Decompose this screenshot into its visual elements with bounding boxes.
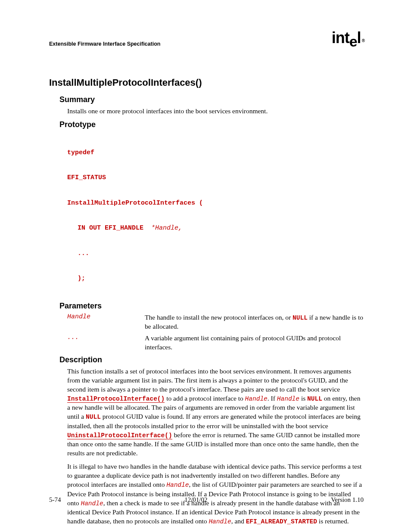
param-name: ...: [67, 334, 145, 352]
description-heading: Description: [59, 355, 364, 364]
page-header: Extensible Firmware Interface Specificat…: [49, 34, 364, 47]
code-line: );: [78, 274, 364, 283]
description-para: This function installs a set of protocol…: [67, 367, 364, 458]
uninstall-protocol-link[interactable]: UninstallProtocolInterface(): [67, 432, 172, 439]
code-line: InstallMultipleProtocolInterfaces (: [67, 199, 364, 208]
summary-heading: Summary: [59, 95, 364, 104]
parameters-heading: Parameters: [59, 302, 364, 311]
code-line: ...: [78, 249, 364, 258]
prototype-code: typedef EFI_STATUS InstallMultipleProtoc…: [67, 132, 364, 300]
prototype-heading: Prototype: [59, 120, 364, 129]
install-protocol-link[interactable]: InstallProtocolInterface(): [67, 395, 165, 403]
function-heading: InstallMultipleProtocolInterfaces(): [49, 77, 364, 88]
parameters-table: Handle The handle to install the new pro…: [67, 313, 364, 352]
header-title: Extensible Firmware Interface Specificat…: [49, 41, 160, 47]
description-para: It is illegal to have two handles in the…: [67, 462, 364, 526]
footer-version: Version 1.10: [331, 496, 364, 504]
param-desc: The handle to install the new protocol i…: [145, 313, 364, 331]
intel-logo: intel®: [332, 32, 364, 44]
param-row: Handle The handle to install the new pro…: [67, 313, 364, 331]
param-row: ... A variable argument list containing …: [67, 334, 364, 352]
code-line: IN OUT EFI_HANDLE *Handle,: [78, 224, 364, 233]
code-line: typedef: [67, 149, 364, 157]
summary-text: Installs one or more protocol interfaces…: [67, 107, 364, 116]
param-name: Handle: [67, 313, 145, 331]
page-footer: 5-74 12/01/02 Version 1.10: [49, 496, 364, 504]
param-desc: A variable argument list containing pair…: [145, 334, 364, 352]
page-number: 5-74: [49, 496, 61, 504]
footer-date: 12/01/02: [184, 496, 207, 504]
code-line: EFI_STATUS: [67, 174, 364, 182]
status-heading: Status Codes Returned: [59, 531, 364, 532]
